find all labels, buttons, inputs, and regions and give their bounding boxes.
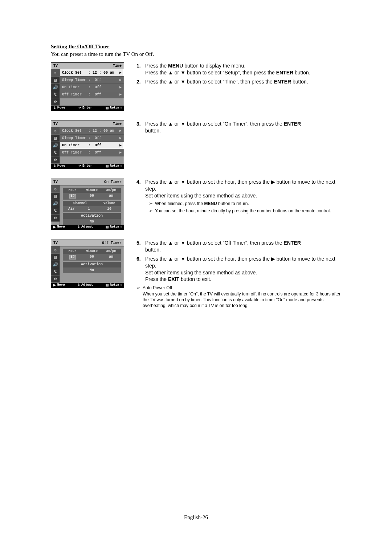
val-hour: 12	[63, 254, 82, 261]
osd-icon: ↯	[51, 268, 60, 275]
osd-icon: 🔊	[51, 142, 60, 149]
step-4-note-1: ➢ When finished, press the MENU button t…	[145, 201, 341, 207]
osd-icon: ▤	[51, 135, 60, 142]
osd-row-offtimer: Off Timer : Off▶	[60, 149, 124, 156]
osd-title: Time	[113, 122, 122, 126]
col-minute: Minute	[82, 188, 101, 193]
auto-power-off-note: ➢ Auto Power Off When you set the timer …	[136, 285, 341, 309]
osd-icon: ☼	[51, 185, 60, 193]
instructions-block-2: 3. Press the ▲ or ▼ button to select "On…	[136, 121, 341, 136]
section-heading: Setting the On/Off Timer	[51, 44, 341, 50]
chevron-icon: ➢	[136, 285, 140, 291]
col-activation: Activation	[63, 262, 121, 268]
osd-title: Off Timer	[102, 241, 122, 245]
val-hour: 12	[63, 193, 82, 200]
instructions-block-1: 1. Press the MENU button to display the …	[136, 62, 341, 87]
val-air: Air	[63, 206, 80, 212]
osd-row-sleep: Sleep Timer : Off▶	[60, 77, 124, 84]
osd-row-offtimer: Off Timer : Off▶	[60, 91, 124, 98]
step-1: 1. Press the MENU button to display the …	[136, 62, 341, 76]
val-ampm: am	[102, 254, 121, 261]
val-volume: 10	[98, 206, 121, 212]
page-number: English-26	[184, 514, 208, 520]
osd-icon: ↯	[51, 149, 60, 156]
osd-title: On Timer	[104, 180, 122, 184]
osd-icon: ☼	[51, 246, 60, 254]
val-activation: No	[63, 219, 121, 225]
osd-screenshot-offtimer: TV Off Timer ☼ ▤ 🔊 ↯ ⚙ Hour Minute am/pm…	[51, 240, 124, 288]
osd-row-ontimer: On Timer : Off▶	[60, 142, 124, 149]
col-hour: Hour	[63, 249, 82, 254]
osd-row-ontimer: On Timer : Off▶	[60, 84, 124, 91]
osd-icon: 🔊	[51, 84, 60, 91]
col-ampm: am/pm	[102, 188, 121, 193]
osd-screenshot-1: TV Time ☼ ▤ 🔊 ↯ ⚙ Clock Set : 12 : 00 am…	[51, 62, 124, 111]
osd-tv-label: TV	[53, 64, 58, 68]
col-activation: Activation	[63, 213, 121, 219]
osd-icon: ⚙	[51, 98, 60, 106]
chevron-icon: ➢	[149, 201, 153, 207]
osd-icon: ⚙	[51, 275, 60, 283]
osd-icon: 🔊	[51, 261, 60, 268]
step-4-note-2: ➢ You can set the hour, minute directly …	[145, 208, 341, 214]
col-channel: Channel	[63, 201, 98, 206]
osd-tv-label: TV	[53, 122, 58, 126]
osd-icon: ⚙	[51, 215, 60, 222]
col-minute: Minute	[82, 249, 101, 254]
osd-icon: ☼	[51, 127, 60, 135]
osd-icon: ☼	[51, 69, 60, 77]
osd-icon: ▤	[51, 193, 60, 200]
osd-icon: 🔊	[51, 200, 60, 207]
osd-icon: ⚙	[51, 156, 60, 164]
step-3: 3. Press the ▲ or ▼ button to select "On…	[136, 121, 341, 134]
osd-icon: ↯	[51, 207, 60, 215]
instructions-block-3: 4. Press the ▲ or ▼ button to set the ho…	[136, 179, 341, 216]
chevron-icon: ➢	[149, 208, 153, 214]
intro-text: You can preset a time to turn the TV On …	[51, 51, 341, 57]
osd-icon: ▤	[51, 77, 60, 84]
col-volume: Volume	[98, 201, 121, 206]
osd-icon: ▤	[51, 254, 60, 261]
col-ampm: am/pm	[102, 249, 121, 254]
step-6: 6. Press the ▲ or ▼ button to set the ho…	[136, 256, 341, 283]
step-5: 5. Press the ▲ or ▼ button to select "Of…	[136, 240, 341, 253]
osd-row-clock: Clock Set : 12 : 00 am▶	[60, 69, 124, 77]
instructions-block-4: 5. Press the ▲ or ▼ button to select "Of…	[136, 240, 341, 309]
row-2: TV Time ☼ ▤ 🔊 ↯ ⚙ Clock Set : 12 : 00 am…	[51, 121, 341, 169]
val-chnum: 1	[80, 206, 98, 212]
val-ampm: am	[102, 193, 121, 200]
row-3: TV On Timer ☼ ▤ 🔊 ↯ ⚙ Hour Minute am/pm …	[51, 179, 341, 230]
osd-row-sleep: Sleep Timer : Off▶	[60, 135, 124, 142]
osd-tv-label: TV	[53, 241, 58, 245]
col-hour: Hour	[63, 188, 82, 193]
step-4: 4. Press the ▲ or ▼ button to set the ho…	[136, 179, 341, 214]
osd-tv-label: TV	[53, 180, 58, 184]
val-minute: 00	[82, 193, 101, 200]
osd-row-clock: Clock Set : 12 : 00 am▶	[60, 127, 124, 135]
row-1: TV Time ☼ ▤ 🔊 ↯ ⚙ Clock Set : 12 : 00 am…	[51, 62, 341, 111]
osd-screenshot-2: TV Time ☼ ▤ 🔊 ↯ ⚙ Clock Set : 12 : 00 am…	[51, 121, 124, 169]
osd-title: Time	[113, 64, 122, 68]
val-activation: No	[63, 268, 121, 273]
step-2: 2. Press the ▲ or ▼ button to select "Ti…	[136, 78, 341, 85]
osd-icon: ↯	[51, 91, 60, 98]
row-4: TV Off Timer ☼ ▤ 🔊 ↯ ⚙ Hour Minute am/pm…	[51, 240, 341, 309]
osd-screenshot-ontimer: TV On Timer ☼ ▤ 🔊 ↯ ⚙ Hour Minute am/pm …	[51, 179, 124, 230]
val-minute: 00	[82, 254, 101, 261]
